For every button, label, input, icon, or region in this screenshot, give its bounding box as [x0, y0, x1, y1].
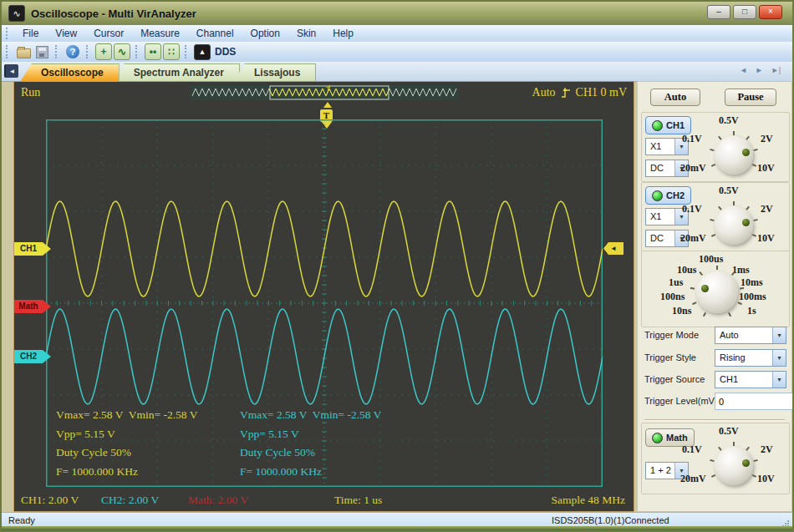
divider: [644, 419, 785, 421]
minimize-icon[interactable]: –: [707, 5, 730, 19]
toolbar-separator: [86, 45, 90, 59]
ch1-volts-knob[interactable]: [715, 136, 753, 175]
tab-oscilloscope[interactable]: Oscilloscope: [20, 63, 120, 82]
window-title: Oscilloscope - Multi VirAnalyzer: [31, 8, 196, 20]
trigger-source-readout: CH1 0 mV: [576, 86, 627, 99]
menu-view[interactable]: View: [47, 26, 85, 41]
trigger-mode-select[interactable]: Auto▼: [715, 327, 786, 344]
ch1-group: CH1 X1▼ DC▼ 0.5V 0.1V 2V 20mV 10V: [641, 112, 790, 182]
drag-handle-icon: [6, 45, 10, 59]
tab-last-icon[interactable]: ►|: [771, 66, 781, 74]
ch2-scale-readout: CH2: 2.00 V: [101, 494, 159, 507]
menu-skin[interactable]: Skin: [288, 26, 324, 41]
knob-indicator-icon: [701, 285, 709, 292]
app-icon: ∿: [8, 5, 25, 22]
trigger-level-label: Trigger Level(mV): [644, 396, 718, 406]
math-group: Math 1 + 2▼ 0.5V 0.1V 2V 20mV 10V: [641, 423, 790, 494]
trigger-level-input[interactable]: [715, 393, 793, 410]
dds-button[interactable]: DDS: [215, 46, 236, 58]
knob-indicator-icon: [742, 219, 750, 226]
svg-text:T: T: [326, 86, 330, 94]
close-icon[interactable]: ×: [759, 5, 782, 19]
menu-file[interactable]: File: [14, 26, 47, 41]
toolbar-separator: [185, 45, 189, 59]
vdots-tool-icon[interactable]: ∷: [163, 43, 180, 60]
app-window: ∿ Oscilloscope - Multi VirAnalyzer – □ ×…: [0, 0, 794, 532]
math-volts-knob-area: 0.5V 0.1V 2V 20mV 10V: [680, 425, 789, 490]
trigger-mode-readout: Auto: [532, 86, 556, 99]
help-icon[interactable]: ?: [64, 43, 81, 60]
save-icon[interactable]: [33, 43, 50, 60]
ch2-group: CH2 X1▼ DC▼ 0.5V 0.1V 2V 20mV 10V: [641, 182, 790, 252]
chevron-down-icon: ▼: [772, 350, 786, 366]
tab-prev-icon[interactable]: ◄: [740, 66, 747, 74]
run-status: Run: [21, 86, 40, 99]
tab-scroll-first-icon[interactable]: ◄: [4, 64, 18, 78]
ch1-volts-knob-area: 0.5V 0.1V 2V 20mV 10V: [680, 114, 789, 180]
ch1-measurements: Vmax= 2.58 V Vmin= -2.58 V Vpp= 5.15 V D…: [56, 406, 198, 481]
chevron-down-icon: ▼: [772, 372, 786, 388]
trigger-style-select[interactable]: Rising▼: [715, 349, 786, 367]
chevron-down-icon: ▼: [772, 327, 786, 343]
ch1-led-icon: [652, 120, 663, 131]
menu-measure[interactable]: Measure: [132, 26, 188, 41]
math-scale-readout: Math: 2.00 V: [188, 494, 248, 507]
dds-icon[interactable]: ▲: [194, 43, 211, 60]
trigger-style-label: Trigger Style: [644, 352, 696, 362]
scope-panel: Run T Auto CH1 0 mV T Vmax= 2.58 V Vmin=…: [13, 81, 634, 512]
menu-option[interactable]: Option: [242, 26, 288, 41]
trigger-mode-label: Trigger Mode: [644, 330, 699, 340]
tab-spectrum-analyzer[interactable]: Spectrum Analyzer: [113, 63, 240, 82]
toolbar-separator: [55, 45, 59, 59]
sample-rate-readout: Sample 48 MHz: [552, 494, 626, 507]
toolbar: ? + ∿ •• ∷ ▲ DDS: [2, 42, 792, 63]
dots-tool-icon[interactable]: ••: [145, 43, 161, 60]
window-controls: – □ ×: [707, 5, 782, 19]
device-status: ISDS205B(1.0)(1)Connected: [552, 515, 669, 525]
tab-next-icon[interactable]: ►: [756, 66, 763, 74]
ch1-scale-readout: CH1: 2.00 V: [21, 494, 79, 507]
menu-cursor[interactable]: Cursor: [85, 26, 132, 41]
trigger-position-arrow-icon[interactable]: [323, 102, 332, 108]
timebase-group: 100us 10us 1ms 1us 10ms 100ns 100ms 10ns…: [641, 251, 790, 327]
maximize-icon[interactable]: □: [733, 5, 756, 19]
pause-button[interactable]: Pause: [725, 89, 776, 106]
auto-button[interactable]: Auto: [650, 89, 700, 106]
timebase-knob-area: 100us 10us 1ms 1us 10ms 100ns 100ms 10ns…: [659, 253, 784, 323]
tab-bar: ◄ Oscilloscope Spectrum Analyzer Lissajo…: [2, 62, 792, 82]
trigger-readout: Auto CH1 0 mV: [532, 86, 627, 99]
rising-edge-icon: [561, 87, 571, 99]
math-volts-knob[interactable]: [715, 447, 753, 485]
ch2-volts-knob[interactable]: [715, 206, 753, 245]
window-bottom-edge: [2, 526, 792, 530]
toolbar-separator: [135, 45, 140, 59]
knob-indicator-icon: [742, 459, 750, 467]
ch2-led-icon: [652, 190, 663, 201]
trigger-level-marker[interactable]: ◄: [603, 242, 623, 255]
ready-status: Ready: [8, 515, 35, 525]
waveform-preview-bar[interactable]: T: [191, 85, 458, 100]
menu-channel[interactable]: Channel: [188, 26, 242, 41]
menu-help[interactable]: Help: [324, 26, 362, 41]
timebase-readout: Time: 1 us: [334, 494, 382, 507]
math-led-icon: [652, 433, 663, 443]
ch2-volts-knob-area: 0.5V 0.1V 2V 20mV 10V: [680, 185, 789, 250]
measure-tool-icon[interactable]: ∿: [114, 43, 130, 60]
tab-lissajous[interactable]: Lissajous: [233, 63, 316, 82]
ch2-measurements: Vmax= 2.58 V Vmin= -2.58 V Vpp= 5.15 V D…: [240, 406, 382, 481]
title-bar: ∿ Oscilloscope - Multi VirAnalyzer – □ ×: [2, 2, 792, 25]
trigger-source-select[interactable]: CH1▼: [715, 371, 786, 388]
scope-grid: Vmax= 2.58 V Vmin= -2.58 V Vpp= 5.15 V D…: [46, 119, 603, 487]
drag-handle-icon: [6, 28, 10, 39]
knob-indicator-icon: [742, 149, 750, 156]
timebase-knob[interactable]: [696, 271, 738, 313]
cursor-tool-icon[interactable]: +: [95, 43, 112, 60]
open-file-icon[interactable]: [15, 43, 32, 60]
control-panel: Auto Pause CH1 X1▼ DC▼ 0.5V 0.1V 2V 20mV…: [637, 81, 792, 512]
trigger-source-label: Trigger Source: [644, 374, 705, 384]
menu-bar: File View Cursor Measure Channel Option …: [2, 25, 792, 43]
